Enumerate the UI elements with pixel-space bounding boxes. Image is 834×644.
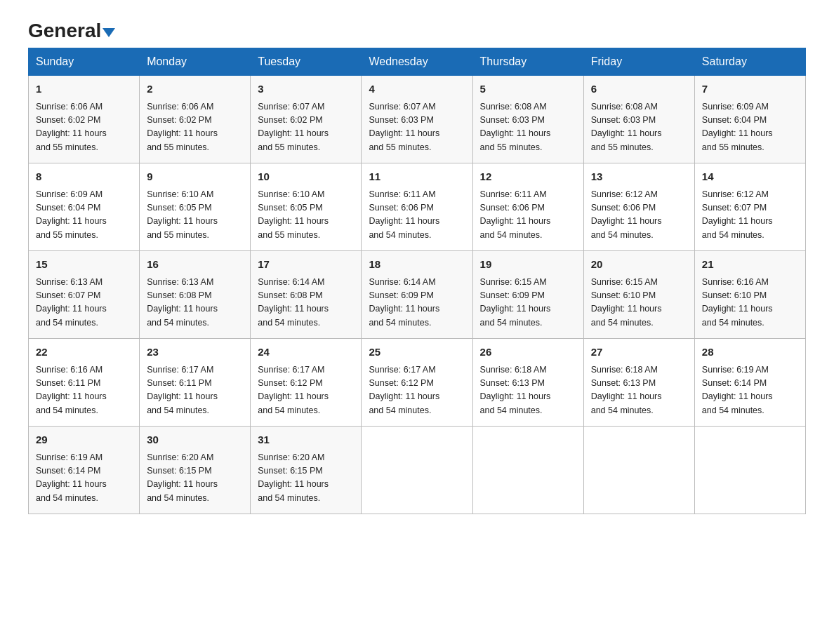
day-info: Sunrise: 6:18 AM Sunset: 6:13 PM Dayligh… (591, 363, 687, 418)
calendar-cell: 30 Sunrise: 6:20 AM Sunset: 6:15 PM Dayl… (140, 427, 251, 514)
day-number: 22 (36, 344, 132, 361)
calendar-week-row: 1 Sunrise: 6:06 AM Sunset: 6:02 PM Dayli… (29, 76, 806, 163)
day-number: 16 (147, 257, 243, 273)
day-info: Sunrise: 6:16 AM Sunset: 6:11 PM Dayligh… (36, 363, 132, 418)
calendar-header-row: SundayMondayTuesdayWednesdayThursdayFrid… (29, 48, 806, 76)
day-info: Sunrise: 6:09 AM Sunset: 6:04 PM Dayligh… (36, 188, 132, 243)
day-info: Sunrise: 6:13 AM Sunset: 6:08 PM Dayligh… (147, 276, 243, 330)
calendar-cell: 27 Sunrise: 6:18 AM Sunset: 6:13 PM Dayl… (583, 339, 694, 427)
calendar-cell: 28 Sunrise: 6:19 AM Sunset: 6:14 PM Dayl… (694, 339, 805, 427)
column-header-saturday: Saturday (694, 48, 805, 76)
calendar-cell: 20 Sunrise: 6:15 AM Sunset: 6:10 PM Dayl… (583, 251, 694, 339)
day-number: 26 (480, 344, 576, 361)
calendar-cell: 10 Sunrise: 6:10 AM Sunset: 6:05 PM Dayl… (251, 163, 362, 251)
day-info: Sunrise: 6:08 AM Sunset: 6:03 PM Dayligh… (591, 100, 687, 155)
calendar-cell: 24 Sunrise: 6:17 AM Sunset: 6:12 PM Dayl… (251, 339, 362, 427)
logo-general: General (28, 21, 101, 41)
page-header: General (28, 21, 806, 34)
calendar-cell: 21 Sunrise: 6:16 AM Sunset: 6:10 PM Dayl… (694, 251, 805, 339)
logo-triangle-icon (102, 28, 115, 37)
calendar-cell: 6 Sunrise: 6:08 AM Sunset: 6:03 PM Dayli… (583, 76, 694, 163)
day-number: 20 (591, 257, 687, 273)
calendar-cell: 8 Sunrise: 6:09 AM Sunset: 6:04 PM Dayli… (29, 163, 140, 251)
day-number: 30 (147, 432, 243, 448)
day-number: 15 (36, 257, 132, 273)
column-header-monday: Monday (140, 48, 251, 76)
day-info: Sunrise: 6:06 AM Sunset: 6:02 PM Dayligh… (36, 100, 132, 155)
calendar-cell: 11 Sunrise: 6:11 AM Sunset: 6:06 PM Dayl… (362, 163, 472, 251)
day-info: Sunrise: 6:10 AM Sunset: 6:05 PM Dayligh… (147, 188, 243, 243)
calendar-week-row: 29 Sunrise: 6:19 AM Sunset: 6:14 PM Dayl… (29, 427, 806, 514)
day-number: 31 (258, 432, 354, 448)
calendar-cell (583, 427, 694, 514)
day-number: 2 (147, 81, 243, 98)
calendar-cell (362, 427, 472, 514)
calendar-cell: 23 Sunrise: 6:17 AM Sunset: 6:11 PM Dayl… (140, 339, 251, 427)
column-header-friday: Friday (583, 48, 694, 76)
day-info: Sunrise: 6:15 AM Sunset: 6:09 PM Dayligh… (480, 276, 576, 330)
day-number: 13 (591, 169, 687, 185)
day-number: 3 (258, 81, 354, 98)
calendar-cell (472, 427, 583, 514)
day-info: Sunrise: 6:20 AM Sunset: 6:15 PM Dayligh… (258, 451, 354, 506)
day-info: Sunrise: 6:17 AM Sunset: 6:11 PM Dayligh… (147, 363, 243, 418)
day-info: Sunrise: 6:19 AM Sunset: 6:14 PM Dayligh… (702, 363, 798, 418)
day-info: Sunrise: 6:08 AM Sunset: 6:03 PM Dayligh… (480, 100, 576, 155)
calendar-cell: 2 Sunrise: 6:06 AM Sunset: 6:02 PM Dayli… (140, 76, 251, 163)
day-number: 18 (369, 257, 465, 273)
day-info: Sunrise: 6:11 AM Sunset: 6:06 PM Dayligh… (369, 188, 465, 243)
day-number: 7 (702, 81, 798, 98)
calendar-cell: 25 Sunrise: 6:17 AM Sunset: 6:12 PM Dayl… (362, 339, 472, 427)
day-number: 8 (36, 169, 132, 185)
calendar-table: SundayMondayTuesdayWednesdayThursdayFrid… (28, 48, 806, 514)
calendar-week-row: 22 Sunrise: 6:16 AM Sunset: 6:11 PM Dayl… (29, 339, 806, 427)
day-number: 4 (369, 81, 465, 98)
calendar-cell: 17 Sunrise: 6:14 AM Sunset: 6:08 PM Dayl… (251, 251, 362, 339)
calendar-cell: 7 Sunrise: 6:09 AM Sunset: 6:04 PM Dayli… (694, 76, 805, 163)
calendar-cell: 4 Sunrise: 6:07 AM Sunset: 6:03 PM Dayli… (362, 76, 472, 163)
day-info: Sunrise: 6:10 AM Sunset: 6:05 PM Dayligh… (258, 188, 354, 243)
day-number: 27 (591, 344, 687, 361)
day-info: Sunrise: 6:16 AM Sunset: 6:10 PM Dayligh… (702, 276, 798, 330)
logo-text: General (28, 21, 117, 41)
calendar-cell: 9 Sunrise: 6:10 AM Sunset: 6:05 PM Dayli… (140, 163, 251, 251)
day-number: 23 (147, 344, 243, 361)
calendar-cell (694, 427, 805, 514)
day-info: Sunrise: 6:09 AM Sunset: 6:04 PM Dayligh… (702, 100, 798, 155)
day-info: Sunrise: 6:14 AM Sunset: 6:09 PM Dayligh… (369, 276, 465, 330)
day-info: Sunrise: 6:11 AM Sunset: 6:06 PM Dayligh… (480, 188, 576, 243)
logo: General (28, 21, 117, 34)
day-info: Sunrise: 6:12 AM Sunset: 6:06 PM Dayligh… (591, 188, 687, 243)
calendar-cell: 26 Sunrise: 6:18 AM Sunset: 6:13 PM Dayl… (472, 339, 583, 427)
calendar-cell: 15 Sunrise: 6:13 AM Sunset: 6:07 PM Dayl… (29, 251, 140, 339)
day-info: Sunrise: 6:07 AM Sunset: 6:02 PM Dayligh… (258, 100, 354, 155)
calendar-cell: 19 Sunrise: 6:15 AM Sunset: 6:09 PM Dayl… (472, 251, 583, 339)
day-number: 1 (36, 81, 132, 98)
calendar-cell: 16 Sunrise: 6:13 AM Sunset: 6:08 PM Dayl… (140, 251, 251, 339)
day-info: Sunrise: 6:14 AM Sunset: 6:08 PM Dayligh… (258, 276, 354, 330)
day-number: 28 (702, 344, 798, 361)
column-header-sunday: Sunday (29, 48, 140, 76)
day-number: 24 (258, 344, 354, 361)
calendar-cell: 5 Sunrise: 6:08 AM Sunset: 6:03 PM Dayli… (472, 76, 583, 163)
day-info: Sunrise: 6:15 AM Sunset: 6:10 PM Dayligh… (591, 276, 687, 330)
day-number: 5 (480, 81, 576, 98)
calendar-cell: 1 Sunrise: 6:06 AM Sunset: 6:02 PM Dayli… (29, 76, 140, 163)
day-number: 12 (480, 169, 576, 185)
column-header-tuesday: Tuesday (251, 48, 362, 76)
day-number: 29 (36, 432, 132, 448)
column-header-thursday: Thursday (472, 48, 583, 76)
day-info: Sunrise: 6:18 AM Sunset: 6:13 PM Dayligh… (480, 363, 576, 418)
day-number: 17 (258, 257, 354, 273)
day-info: Sunrise: 6:06 AM Sunset: 6:02 PM Dayligh… (147, 100, 243, 155)
calendar-week-row: 8 Sunrise: 6:09 AM Sunset: 6:04 PM Dayli… (29, 163, 806, 251)
calendar-cell: 13 Sunrise: 6:12 AM Sunset: 6:06 PM Dayl… (583, 163, 694, 251)
calendar-cell: 3 Sunrise: 6:07 AM Sunset: 6:02 PM Dayli… (251, 76, 362, 163)
calendar-cell: 29 Sunrise: 6:19 AM Sunset: 6:14 PM Dayl… (29, 427, 140, 514)
column-header-wednesday: Wednesday (362, 48, 472, 76)
day-info: Sunrise: 6:19 AM Sunset: 6:14 PM Dayligh… (36, 451, 132, 506)
calendar-week-row: 15 Sunrise: 6:13 AM Sunset: 6:07 PM Dayl… (29, 251, 806, 339)
calendar-cell: 18 Sunrise: 6:14 AM Sunset: 6:09 PM Dayl… (362, 251, 472, 339)
calendar-cell: 12 Sunrise: 6:11 AM Sunset: 6:06 PM Dayl… (472, 163, 583, 251)
day-info: Sunrise: 6:20 AM Sunset: 6:15 PM Dayligh… (147, 451, 243, 506)
